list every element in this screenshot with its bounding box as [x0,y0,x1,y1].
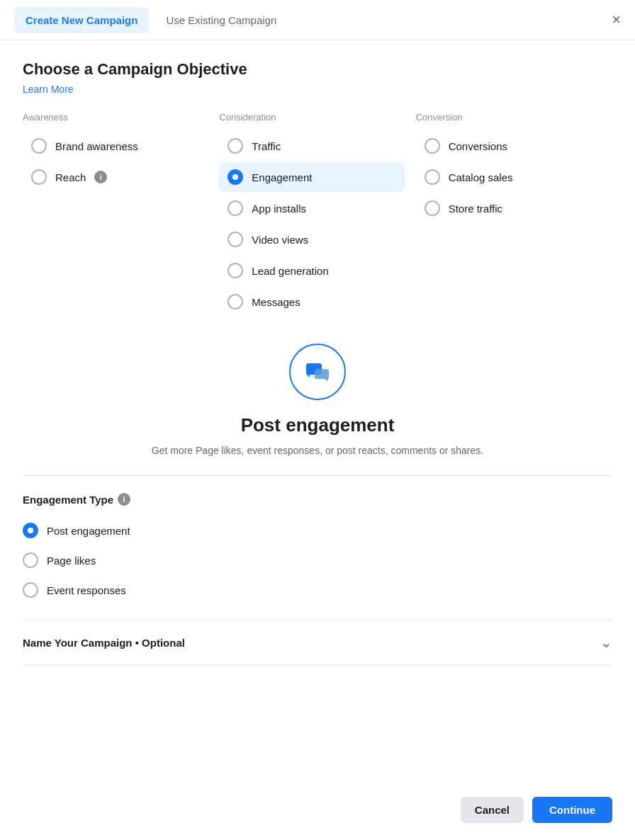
messages-label: Messages [252,296,300,308]
consideration-label: Consideration [219,112,404,123]
engagement-section: Post engagement Get more Page likes, eve… [23,344,612,476]
radio-post-engagement-type [23,523,38,538]
radio-store-traffic [425,200,440,216]
reach-label: Reach [55,171,86,183]
option-video-views[interactable]: Video views [219,225,404,254]
learn-more-link[interactable]: Learn More [23,84,74,95]
consideration-column: Consideration Traffic Engagement App ins… [219,112,415,318]
conversion-column: Conversion Conversions Catalog sales Sto… [416,112,612,318]
engagement-type-header: Engagement Type i [23,493,612,506]
option-event-responses-type[interactable]: Event responses [23,575,612,605]
radio-video-views [227,232,243,247]
page-likes-type-label: Page likes [47,555,96,567]
awareness-column: Awareness Brand awareness Reach i [23,112,219,318]
continue-button[interactable]: Continue [532,797,612,823]
option-brand-awareness[interactable]: Brand awareness [23,131,208,161]
radio-messages [227,294,243,310]
svg-rect-1 [315,369,329,379]
radio-event-responses-type [23,582,38,598]
modal-footer: Cancel Continue [0,785,635,840]
radio-app-installs [227,200,243,216]
engagement-title: Post engagement [241,414,395,436]
chevron-down-icon: ⌄ [600,634,612,651]
conversion-label: Conversion [416,112,601,123]
radio-reach [31,169,47,185]
video-views-label: Video views [252,234,308,246]
name-campaign-section[interactable]: Name Your Campaign • Optional ⌄ [23,620,612,666]
lead-generation-label: Lead generation [252,265,328,277]
radio-engagement [227,169,243,185]
option-lead-generation[interactable]: Lead generation [219,256,404,285]
radio-conversions [425,138,440,154]
engagement-description: Get more Page likes, event responses, or… [152,443,483,458]
create-campaign-modal: Create New Campaign Use Existing Campaig… [0,0,635,840]
radio-traffic [227,138,243,154]
engagement-svg-icon [303,358,332,386]
option-conversions[interactable]: Conversions [416,131,601,161]
option-reach[interactable]: Reach i [23,162,208,192]
name-campaign-label: Name Your Campaign • Optional [23,637,185,649]
reach-info-icon[interactable]: i [94,171,107,183]
awareness-label: Awareness [23,112,208,123]
radio-catalog-sales [425,169,440,185]
option-catalog-sales[interactable]: Catalog sales [416,162,601,192]
tab-create-new[interactable]: Create New Campaign [14,7,149,33]
radio-brand-awareness [31,138,47,154]
radio-lead-generation [227,263,243,278]
objectives-grid: Awareness Brand awareness Reach i Consid… [23,112,612,318]
conversions-label: Conversions [449,140,507,152]
event-responses-type-label: Event responses [47,584,126,596]
option-engagement[interactable]: Engagement [219,162,404,192]
option-app-installs[interactable]: App installs [219,193,404,223]
option-store-traffic[interactable]: Store traffic [416,193,601,223]
engagement-icon-circle [289,344,346,400]
engagement-type-section: Engagement Type i Post engagement Page l… [23,476,612,620]
store-traffic-label: Store traffic [449,203,502,215]
modal-header: Create New Campaign Use Existing Campaig… [0,0,635,40]
radio-page-likes-type [23,552,38,568]
engagement-type-label: Engagement Type [23,494,113,506]
option-traffic[interactable]: Traffic [219,131,404,161]
tab-use-existing[interactable]: Use Existing Campaign [154,7,288,33]
post-engagement-type-label: Post engagement [47,525,130,537]
option-post-engagement-type[interactable]: Post engagement [23,516,612,545]
catalog-sales-label: Catalog sales [449,171,513,183]
option-messages[interactable]: Messages [219,287,404,317]
engagement-label: Engagement [252,171,312,183]
app-installs-label: App installs [252,203,306,215]
engagement-type-info-icon[interactable]: i [118,493,130,506]
cancel-button[interactable]: Cancel [461,797,524,823]
option-page-likes-type[interactable]: Page likes [23,545,612,575]
page-title: Choose a Campaign Objective [23,60,612,79]
traffic-label: Traffic [252,140,281,152]
close-button[interactable]: × [612,12,621,28]
brand-awareness-label: Brand awareness [55,140,138,152]
modal-body: Choose a Campaign Objective Learn More A… [0,40,635,785]
